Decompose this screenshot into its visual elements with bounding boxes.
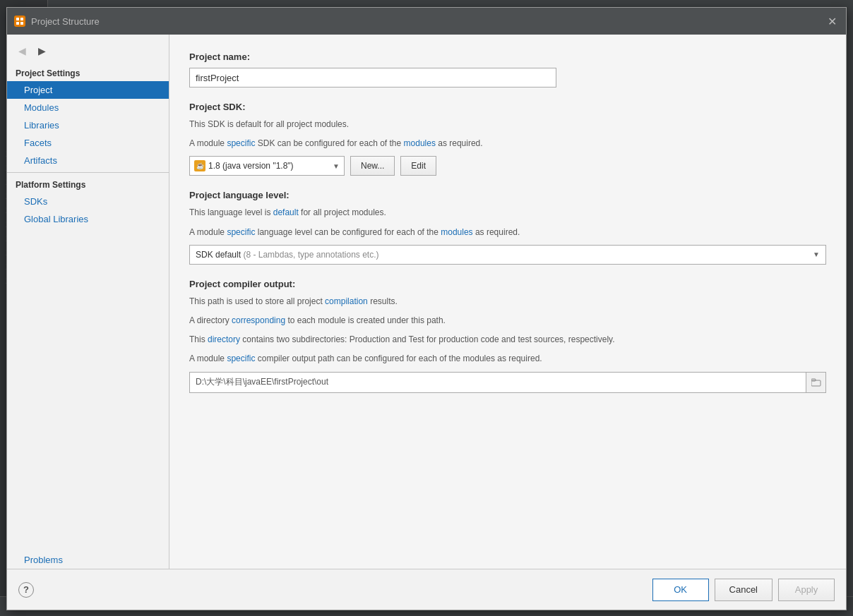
sidebar-item-problems[interactable]: Problems bbox=[7, 551, 169, 569]
lang-select-main: SDK default bbox=[196, 250, 241, 260]
main-content: Project name: Project SDK: This SDK is d… bbox=[169, 35, 846, 569]
compiler-output-label: Project compiler output: bbox=[189, 279, 826, 289]
project-lang-label: Project language level: bbox=[189, 190, 826, 200]
project-structure-dialog: Project Structure ✕ ◀ ▶ Project Settings… bbox=[6, 7, 847, 610]
dialog-icon bbox=[14, 16, 25, 27]
sidebar-item-libraries[interactable]: Libraries bbox=[7, 116, 169, 134]
sdk-new-button[interactable]: New... bbox=[350, 156, 395, 176]
sdk-row: ☕ 1.8 (java version "1.8") ▼ New... Edit bbox=[189, 156, 826, 176]
compiler-output-row bbox=[189, 372, 826, 393]
svg-rect-2 bbox=[16, 22, 19, 25]
project-name-section: Project name: bbox=[189, 52, 826, 87]
sidebar: ◀ ▶ Project Settings Project Modules Lib… bbox=[7, 35, 169, 569]
sidebar-item-global-libraries[interactable]: Global Libraries bbox=[7, 210, 169, 228]
platform-settings-section-label: Platform Settings bbox=[7, 176, 169, 193]
cancel-button[interactable]: Cancel bbox=[715, 579, 773, 601]
footer-right: OK Cancel Apply bbox=[652, 579, 835, 601]
sidebar-item-modules[interactable]: Modules bbox=[7, 99, 169, 116]
sidebar-item-project[interactable]: Project bbox=[7, 81, 169, 99]
lang-dropdown-arrow: ▼ bbox=[813, 250, 820, 258]
lang-select-sub: (8 - Lambdas, type annotations etc.) bbox=[243, 250, 378, 260]
svg-rect-1 bbox=[20, 18, 23, 20]
compiler-output-section: Project compiler output: This path is us… bbox=[189, 279, 826, 393]
project-settings-section-label: Project Settings bbox=[7, 64, 169, 81]
ok-button[interactable]: OK bbox=[652, 579, 709, 601]
apply-button[interactable]: Apply bbox=[778, 579, 835, 601]
project-lang-section: Project language level: This language le… bbox=[189, 190, 826, 264]
project-name-input[interactable] bbox=[189, 68, 556, 87]
dialog-overlay: Project Structure ✕ ◀ ▶ Project Settings… bbox=[0, 0, 853, 616]
sidebar-nav: ◀ ▶ bbox=[7, 40, 169, 64]
footer-left: ? bbox=[18, 582, 34, 598]
browse-button[interactable] bbox=[806, 373, 825, 392]
svg-rect-0 bbox=[16, 18, 19, 20]
project-lang-desc1: This language level is default for all p… bbox=[189, 206, 826, 219]
compiler-desc3: This directory contains two subdirectori… bbox=[189, 333, 826, 346]
dialog-footer: ? OK Cancel Apply bbox=[7, 569, 846, 610]
dialog-title-bar: Project Structure ✕ bbox=[7, 8, 846, 35]
project-sdk-label: Project SDK: bbox=[189, 102, 826, 112]
sidebar-item-sdks[interactable]: SDKs bbox=[7, 193, 169, 210]
close-button[interactable]: ✕ bbox=[825, 14, 839, 28]
title-bar-left: Project Structure bbox=[14, 16, 100, 27]
sdk-select-dropdown[interactable]: ☕ 1.8 (java version "1.8") ▼ bbox=[189, 156, 345, 176]
dialog-title: Project Structure bbox=[31, 16, 100, 27]
sidebar-item-artifacts[interactable]: Artifacts bbox=[7, 152, 169, 169]
compiler-desc4: A module specific compiler output path c… bbox=[189, 352, 826, 366]
project-name-label: Project name: bbox=[189, 52, 826, 62]
project-sdk-section: Project SDK: This SDK is default for all… bbox=[189, 102, 826, 176]
sdk-icon: ☕ bbox=[194, 160, 205, 171]
compiler-output-input[interactable] bbox=[190, 373, 806, 392]
dialog-body: ◀ ▶ Project Settings Project Modules Lib… bbox=[7, 35, 846, 569]
project-sdk-desc1: This SDK is default for all project modu… bbox=[189, 118, 826, 131]
lang-level-dropdown[interactable]: SDK default (8 - Lambdas, type annotatio… bbox=[189, 245, 826, 265]
project-lang-desc2: A module specific language level can be … bbox=[189, 226, 826, 239]
sdk-edit-button[interactable]: Edit bbox=[400, 156, 436, 176]
svg-rect-3 bbox=[20, 22, 23, 25]
compiler-desc1: This path is used to store all project c… bbox=[189, 295, 826, 308]
nav-back-button[interactable]: ◀ bbox=[13, 43, 31, 59]
help-button[interactable]: ? bbox=[18, 582, 34, 598]
project-sdk-desc2: A module specific SDK can be configured … bbox=[189, 137, 826, 150]
nav-forward-button[interactable]: ▶ bbox=[32, 43, 51, 59]
compiler-desc2: A directory corresponding to each module… bbox=[189, 314, 826, 327]
sdk-select-text: 1.8 (java version "1.8") bbox=[208, 161, 330, 171]
sidebar-item-facets[interactable]: Facets bbox=[7, 134, 169, 152]
sdk-dropdown-arrow: ▼ bbox=[333, 162, 340, 170]
